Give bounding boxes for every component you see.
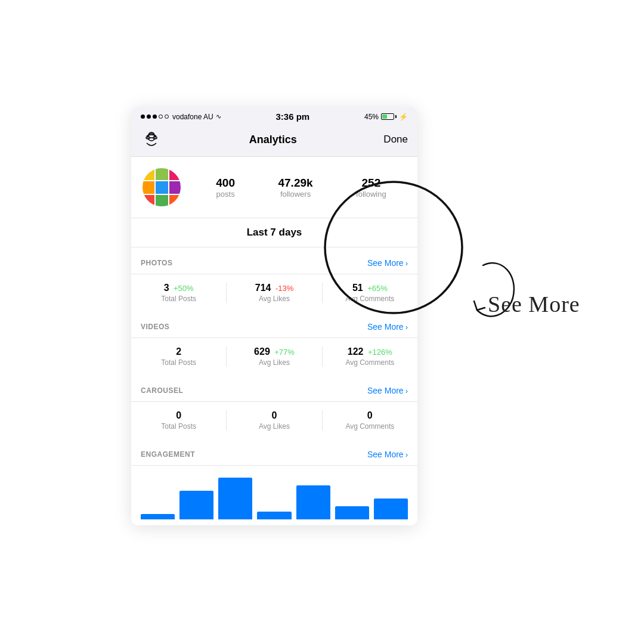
photos-see-more-label: See More xyxy=(367,258,404,268)
following-label: following xyxy=(356,190,386,199)
svg-rect-6 xyxy=(156,168,168,180)
engagement-section: ENGAGEMENT See More › xyxy=(131,444,417,525)
followers-label: followers xyxy=(278,190,312,199)
carousel-header: CAROUSEL See More › xyxy=(131,380,417,402)
svg-rect-10 xyxy=(169,181,182,194)
status-time: 3:36 pm xyxy=(275,112,309,122)
chart-bar xyxy=(179,491,213,519)
carousel-avg-likes: 0 Avg Likes xyxy=(227,410,322,431)
photos-posts-value: 3 xyxy=(164,283,169,293)
carousel-chevron-icon: › xyxy=(405,386,408,395)
period-bar: Last 7 days xyxy=(131,218,417,247)
signal-dot-4 xyxy=(159,114,163,119)
status-right: 45% ⚡ xyxy=(364,113,408,121)
chart-bar xyxy=(141,514,175,519)
status-bar: vodafone AU ∿ 3:36 pm 45% ⚡ xyxy=(131,107,417,125)
engagement-header: ENGAGEMENT See More › xyxy=(131,444,417,466)
videos-comments-value: 122 xyxy=(348,346,364,357)
posts-stat: 400 posts xyxy=(216,177,235,199)
photos-comments-label: Avg Comments xyxy=(327,295,413,303)
carousel-posts-label: Total Posts xyxy=(136,422,221,431)
followers-stat: 47.29k followers xyxy=(278,177,312,199)
photos-see-more-button[interactable]: See More › xyxy=(367,258,408,268)
battery-tip xyxy=(395,115,397,118)
photos-title: PHOTOS xyxy=(141,259,172,267)
photos-comments-change: +65% xyxy=(367,284,388,293)
done-button[interactable]: Done xyxy=(383,134,408,145)
photos-avg-likes: 714 -13% Avg Likes xyxy=(227,283,322,303)
photos-comments-value: 51 xyxy=(352,283,363,293)
nav-bar: Analytics Done xyxy=(131,125,417,157)
followers-value: 47.29k xyxy=(278,177,312,190)
posts-value: 400 xyxy=(216,177,235,190)
battery-fill xyxy=(382,114,387,119)
svg-rect-12 xyxy=(156,195,168,208)
videos-see-more-label: See More xyxy=(367,322,404,332)
photos-likes-label: Avg Likes xyxy=(231,295,317,303)
photos-posts-change: +50% xyxy=(174,284,194,293)
page-title: Analytics xyxy=(249,134,297,146)
svg-rect-8 xyxy=(142,181,154,194)
chart-bar xyxy=(335,506,369,519)
videos-title: VIDEOS xyxy=(141,323,169,331)
content-area: 400 posts 47.29k followers 252 following… xyxy=(131,157,417,525)
battery-pct: 45% xyxy=(364,113,379,121)
battery-icon xyxy=(381,113,397,120)
photos-section: PHOTOS See More › 3 +50% Total Posts 714 xyxy=(131,252,417,311)
signal-dot-2 xyxy=(147,114,151,119)
videos-see-more-button[interactable]: See More › xyxy=(367,322,408,332)
carousel-see-more-button[interactable]: See More › xyxy=(367,386,408,395)
videos-posts-value: 2 xyxy=(176,346,181,357)
signal-dots xyxy=(141,114,169,119)
carousel-metrics: 0 Total Posts 0 Avg Likes 0 Avg Comments xyxy=(131,402,417,439)
signal-dot-1 xyxy=(141,114,145,119)
photos-header: PHOTOS See More › xyxy=(131,252,417,274)
annotation-see-more-text: See More xyxy=(488,291,580,317)
carousel-see-more-label: See More xyxy=(367,386,404,395)
signal-dot-3 xyxy=(153,114,157,119)
engagement-chart xyxy=(131,466,417,519)
stats-row: 400 posts 47.29k followers 252 following xyxy=(194,177,408,199)
videos-likes-value: 629 xyxy=(254,346,270,357)
phone-mockup: vodafone AU ∿ 3:36 pm 45% ⚡ xyxy=(131,107,417,525)
engagement-see-more-label: See More xyxy=(367,450,404,459)
engagement-title: ENGAGEMENT xyxy=(141,450,195,459)
signal-dot-5 xyxy=(165,114,169,119)
videos-avg-comments: 122 +126% Avg Comments xyxy=(323,346,417,367)
carousel-likes-label: Avg Likes xyxy=(231,422,317,431)
avatar xyxy=(141,166,182,208)
videos-total-posts: 2 Total Posts xyxy=(131,346,227,367)
chart-bar xyxy=(296,485,330,519)
videos-section: VIDEOS See More › 2 Total Posts 629 +77% xyxy=(131,316,417,375)
videos-metrics: 2 Total Posts 629 +77% Avg Likes 122 +12… xyxy=(131,338,417,375)
wifi-icon: ∿ xyxy=(216,113,221,120)
chart-bar xyxy=(257,512,291,519)
engagement-chevron-icon: › xyxy=(405,450,408,459)
carousel-posts-value: 0 xyxy=(176,410,181,420)
videos-posts-label: Total Posts xyxy=(136,358,221,367)
videos-chevron-icon: › xyxy=(405,323,408,332)
status-left: vodafone AU ∿ xyxy=(141,113,221,121)
battery-body xyxy=(381,113,394,120)
carousel-likes-value: 0 xyxy=(272,410,277,420)
spy-icon-button[interactable] xyxy=(141,129,162,150)
chart-bar xyxy=(374,499,408,519)
following-stat: 252 following xyxy=(356,177,386,199)
photos-chevron-icon: › xyxy=(405,259,408,268)
photos-metrics: 3 +50% Total Posts 714 -13% Avg Likes 51 xyxy=(131,274,417,311)
engagement-see-more-button[interactable]: See More › xyxy=(367,450,408,459)
videos-comments-label: Avg Comments xyxy=(327,358,413,367)
videos-likes-label: Avg Likes xyxy=(231,358,317,367)
carousel-avg-comments: 0 Avg Comments xyxy=(323,410,417,431)
carousel-title: CAROUSEL xyxy=(141,386,183,395)
carousel-section: CAROUSEL See More › 0 Total Posts 0 xyxy=(131,380,417,439)
videos-likes-change: +77% xyxy=(274,348,295,357)
carrier-label: vodafone AU xyxy=(172,113,213,121)
photos-posts-label: Total Posts xyxy=(136,295,221,303)
carousel-comments-label: Avg Comments xyxy=(327,422,413,431)
profile-section: 400 posts 47.29k followers 252 following xyxy=(131,157,417,218)
bolt-icon: ⚡ xyxy=(399,113,408,121)
carousel-total-posts: 0 Total Posts xyxy=(131,410,227,431)
chart-bar xyxy=(218,478,252,519)
photos-likes-change: -13% xyxy=(275,284,293,293)
